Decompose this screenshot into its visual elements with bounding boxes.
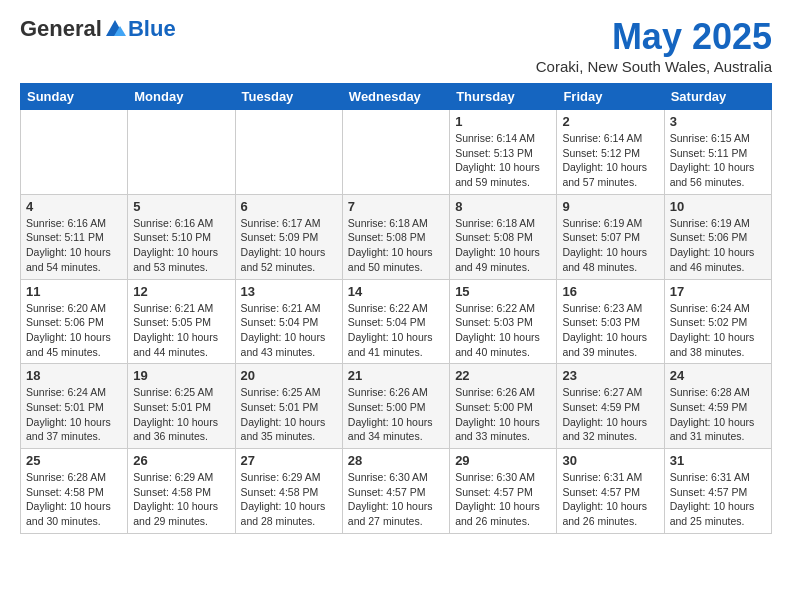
day-info: Sunrise: 6:20 AMSunset: 5:06 PMDaylight:… <box>26 301 122 360</box>
day-info: Sunrise: 6:16 AMSunset: 5:10 PMDaylight:… <box>133 216 229 275</box>
calendar-cell: 7Sunrise: 6:18 AMSunset: 5:08 PMDaylight… <box>342 194 449 279</box>
day-number: 24 <box>670 368 766 383</box>
calendar-cell: 24Sunrise: 6:28 AMSunset: 4:59 PMDayligh… <box>664 364 771 449</box>
day-number: 30 <box>562 453 658 468</box>
weekday-header-saturday: Saturday <box>664 84 771 110</box>
day-number: 25 <box>26 453 122 468</box>
calendar-cell: 17Sunrise: 6:24 AMSunset: 5:02 PMDayligh… <box>664 279 771 364</box>
day-number: 20 <box>241 368 337 383</box>
calendar-cell: 19Sunrise: 6:25 AMSunset: 5:01 PMDayligh… <box>128 364 235 449</box>
calendar-cell: 1Sunrise: 6:14 AMSunset: 5:13 PMDaylight… <box>450 110 557 195</box>
day-info: Sunrise: 6:30 AMSunset: 4:57 PMDaylight:… <box>348 470 444 529</box>
day-info: Sunrise: 6:21 AMSunset: 5:05 PMDaylight:… <box>133 301 229 360</box>
calendar-cell: 5Sunrise: 6:16 AMSunset: 5:10 PMDaylight… <box>128 194 235 279</box>
day-info: Sunrise: 6:22 AMSunset: 5:04 PMDaylight:… <box>348 301 444 360</box>
day-info: Sunrise: 6:31 AMSunset: 4:57 PMDaylight:… <box>670 470 766 529</box>
day-number: 10 <box>670 199 766 214</box>
calendar-week-row: 18Sunrise: 6:24 AMSunset: 5:01 PMDayligh… <box>21 364 772 449</box>
day-number: 19 <box>133 368 229 383</box>
day-number: 3 <box>670 114 766 129</box>
calendar-cell <box>342 110 449 195</box>
day-number: 22 <box>455 368 551 383</box>
weekday-header-wednesday: Wednesday <box>342 84 449 110</box>
day-number: 2 <box>562 114 658 129</box>
day-number: 8 <box>455 199 551 214</box>
calendar-cell: 27Sunrise: 6:29 AMSunset: 4:58 PMDayligh… <box>235 449 342 534</box>
month-title: May 2025 <box>536 16 772 58</box>
day-info: Sunrise: 6:17 AMSunset: 5:09 PMDaylight:… <box>241 216 337 275</box>
calendar-cell: 25Sunrise: 6:28 AMSunset: 4:58 PMDayligh… <box>21 449 128 534</box>
day-number: 17 <box>670 284 766 299</box>
day-info: Sunrise: 6:25 AMSunset: 5:01 PMDaylight:… <box>241 385 337 444</box>
day-info: Sunrise: 6:18 AMSunset: 5:08 PMDaylight:… <box>455 216 551 275</box>
day-number: 9 <box>562 199 658 214</box>
calendar-header-row: SundayMondayTuesdayWednesdayThursdayFrid… <box>21 84 772 110</box>
day-info: Sunrise: 6:24 AMSunset: 5:02 PMDaylight:… <box>670 301 766 360</box>
day-number: 7 <box>348 199 444 214</box>
calendar-cell: 10Sunrise: 6:19 AMSunset: 5:06 PMDayligh… <box>664 194 771 279</box>
day-number: 13 <box>241 284 337 299</box>
day-info: Sunrise: 6:28 AMSunset: 4:58 PMDaylight:… <box>26 470 122 529</box>
location-title: Coraki, New South Wales, Australia <box>536 58 772 75</box>
calendar-cell <box>128 110 235 195</box>
page-header: General Blue May 2025 Coraki, New South … <box>20 16 772 75</box>
logo-icon <box>104 18 126 40</box>
calendar-cell: 14Sunrise: 6:22 AMSunset: 5:04 PMDayligh… <box>342 279 449 364</box>
calendar-cell: 31Sunrise: 6:31 AMSunset: 4:57 PMDayligh… <box>664 449 771 534</box>
day-number: 31 <box>670 453 766 468</box>
calendar-cell: 4Sunrise: 6:16 AMSunset: 5:11 PMDaylight… <box>21 194 128 279</box>
calendar-cell: 30Sunrise: 6:31 AMSunset: 4:57 PMDayligh… <box>557 449 664 534</box>
day-info: Sunrise: 6:26 AMSunset: 5:00 PMDaylight:… <box>455 385 551 444</box>
weekday-header-thursday: Thursday <box>450 84 557 110</box>
calendar-week-row: 4Sunrise: 6:16 AMSunset: 5:11 PMDaylight… <box>21 194 772 279</box>
day-info: Sunrise: 6:14 AMSunset: 5:12 PMDaylight:… <box>562 131 658 190</box>
calendar-table: SundayMondayTuesdayWednesdayThursdayFrid… <box>20 83 772 534</box>
weekday-header-tuesday: Tuesday <box>235 84 342 110</box>
day-info: Sunrise: 6:19 AMSunset: 5:07 PMDaylight:… <box>562 216 658 275</box>
day-number: 11 <box>26 284 122 299</box>
day-number: 28 <box>348 453 444 468</box>
calendar-cell: 23Sunrise: 6:27 AMSunset: 4:59 PMDayligh… <box>557 364 664 449</box>
calendar-cell: 28Sunrise: 6:30 AMSunset: 4:57 PMDayligh… <box>342 449 449 534</box>
weekday-header-sunday: Sunday <box>21 84 128 110</box>
calendar-week-row: 11Sunrise: 6:20 AMSunset: 5:06 PMDayligh… <box>21 279 772 364</box>
day-number: 26 <box>133 453 229 468</box>
calendar-cell: 16Sunrise: 6:23 AMSunset: 5:03 PMDayligh… <box>557 279 664 364</box>
day-info: Sunrise: 6:15 AMSunset: 5:11 PMDaylight:… <box>670 131 766 190</box>
calendar-cell: 6Sunrise: 6:17 AMSunset: 5:09 PMDaylight… <box>235 194 342 279</box>
day-info: Sunrise: 6:24 AMSunset: 5:01 PMDaylight:… <box>26 385 122 444</box>
day-info: Sunrise: 6:18 AMSunset: 5:08 PMDaylight:… <box>348 216 444 275</box>
calendar-cell <box>21 110 128 195</box>
day-info: Sunrise: 6:28 AMSunset: 4:59 PMDaylight:… <box>670 385 766 444</box>
logo-blue-text: Blue <box>128 16 176 42</box>
day-info: Sunrise: 6:26 AMSunset: 5:00 PMDaylight:… <box>348 385 444 444</box>
day-info: Sunrise: 6:25 AMSunset: 5:01 PMDaylight:… <box>133 385 229 444</box>
day-info: Sunrise: 6:27 AMSunset: 4:59 PMDaylight:… <box>562 385 658 444</box>
calendar-cell: 18Sunrise: 6:24 AMSunset: 5:01 PMDayligh… <box>21 364 128 449</box>
calendar-cell: 26Sunrise: 6:29 AMSunset: 4:58 PMDayligh… <box>128 449 235 534</box>
logo: General Blue <box>20 16 176 42</box>
calendar-cell: 2Sunrise: 6:14 AMSunset: 5:12 PMDaylight… <box>557 110 664 195</box>
calendar-cell: 3Sunrise: 6:15 AMSunset: 5:11 PMDaylight… <box>664 110 771 195</box>
calendar-week-row: 1Sunrise: 6:14 AMSunset: 5:13 PMDaylight… <box>21 110 772 195</box>
day-info: Sunrise: 6:21 AMSunset: 5:04 PMDaylight:… <box>241 301 337 360</box>
day-info: Sunrise: 6:30 AMSunset: 4:57 PMDaylight:… <box>455 470 551 529</box>
day-info: Sunrise: 6:16 AMSunset: 5:11 PMDaylight:… <box>26 216 122 275</box>
day-number: 21 <box>348 368 444 383</box>
day-info: Sunrise: 6:23 AMSunset: 5:03 PMDaylight:… <box>562 301 658 360</box>
logo-general-text: General <box>20 16 102 42</box>
day-info: Sunrise: 6:31 AMSunset: 4:57 PMDaylight:… <box>562 470 658 529</box>
calendar-week-row: 25Sunrise: 6:28 AMSunset: 4:58 PMDayligh… <box>21 449 772 534</box>
calendar-cell: 12Sunrise: 6:21 AMSunset: 5:05 PMDayligh… <box>128 279 235 364</box>
day-info: Sunrise: 6:29 AMSunset: 4:58 PMDaylight:… <box>241 470 337 529</box>
calendar-cell: 22Sunrise: 6:26 AMSunset: 5:00 PMDayligh… <box>450 364 557 449</box>
day-info: Sunrise: 6:22 AMSunset: 5:03 PMDaylight:… <box>455 301 551 360</box>
day-number: 1 <box>455 114 551 129</box>
calendar-cell: 29Sunrise: 6:30 AMSunset: 4:57 PMDayligh… <box>450 449 557 534</box>
calendar-cell: 9Sunrise: 6:19 AMSunset: 5:07 PMDaylight… <box>557 194 664 279</box>
day-number: 12 <box>133 284 229 299</box>
day-info: Sunrise: 6:29 AMSunset: 4:58 PMDaylight:… <box>133 470 229 529</box>
day-number: 27 <box>241 453 337 468</box>
day-number: 23 <box>562 368 658 383</box>
calendar-cell: 11Sunrise: 6:20 AMSunset: 5:06 PMDayligh… <box>21 279 128 364</box>
